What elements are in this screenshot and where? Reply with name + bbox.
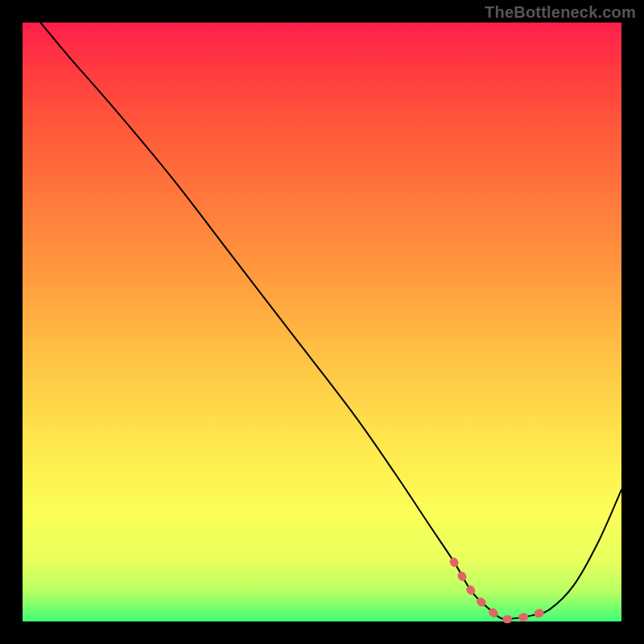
chart-frame: TheBottleneck.com [0, 0, 644, 644]
plot-area [23, 23, 621, 621]
bottleneck-curve-line [40, 23, 621, 619]
bottleneck-curve-svg [23, 23, 621, 621]
watermark-text: TheBottleneck.com [485, 3, 636, 22]
optimal-range-marker [454, 562, 550, 620]
